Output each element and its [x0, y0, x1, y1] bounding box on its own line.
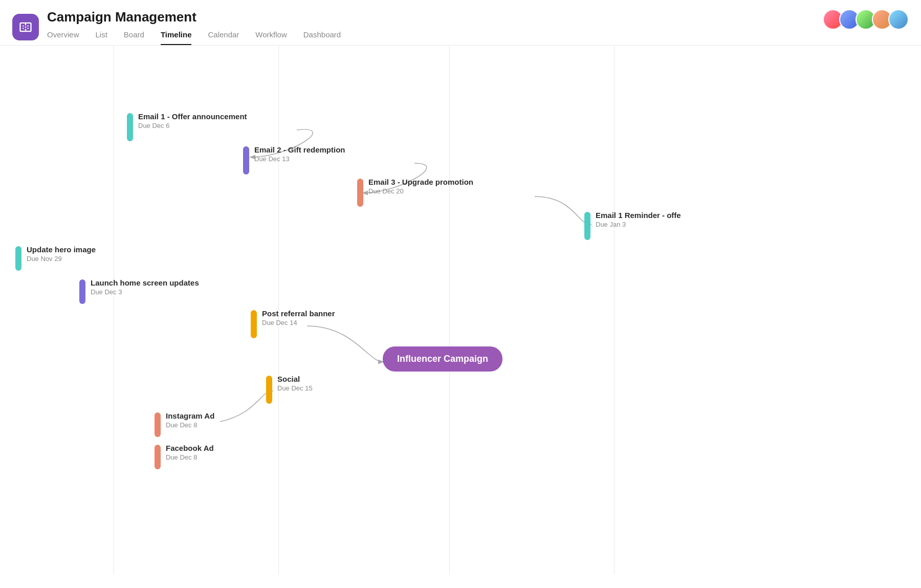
- timeline-area: Email 1 - Offer announcement Due Dec 6 E…: [0, 46, 921, 575]
- task-bar-social: [266, 376, 272, 404]
- task-due-email1: Due Dec 6: [138, 122, 247, 129]
- task-name-instagram: Instagram Ad: [166, 411, 214, 420]
- task-due-social: Due Dec 15: [277, 384, 313, 392]
- task-info-social: Social Due Dec 15: [277, 375, 313, 392]
- avatar: [888, 9, 909, 30]
- task-due-email2: Due Dec 13: [254, 155, 345, 163]
- task-name-post-referral: Post referral banner: [262, 309, 335, 318]
- nav-tab-workflow[interactable]: Workflow: [255, 30, 287, 45]
- task-due-update-hero: Due Nov 29: [27, 255, 96, 263]
- influencer-campaign-badge[interactable]: Influencer Campaign: [383, 346, 502, 372]
- task-bar-launch-home: [79, 279, 85, 304]
- nav-tab-list[interactable]: List: [96, 30, 107, 45]
- task-bar-email3: [357, 179, 363, 207]
- task-info-update-hero: Update hero image Due Nov 29: [27, 245, 96, 263]
- task-social[interactable]: Social Due Dec 15: [266, 375, 313, 404]
- task-info-email1: Email 1 - Offer announcement Due Dec 6: [138, 112, 247, 129]
- nav-tab-board[interactable]: Board: [124, 30, 144, 45]
- app-icon: [12, 14, 39, 40]
- task-info-post-referral: Post referral banner Due Dec 14: [262, 309, 335, 326]
- task-info-email2: Email 2 - Gift redemption Due Dec 13: [254, 145, 345, 163]
- task-name-launch-home: Launch home screen updates: [91, 278, 199, 287]
- task-due-email3: Due Dec 20: [368, 187, 473, 195]
- task-info-email1reminder: Email 1 Reminder - offe Due Jan 3: [596, 211, 681, 228]
- task-facebook[interactable]: Facebook Ad Due Dec 8: [155, 444, 214, 469]
- task-name-update-hero: Update hero image: [27, 245, 96, 254]
- task-instagram[interactable]: Instagram Ad Due Dec 8: [155, 411, 214, 437]
- avatars: [823, 9, 909, 30]
- header-title-nav: Campaign Management OverviewListBoardTim…: [47, 9, 341, 45]
- task-info-instagram: Instagram Ad Due Dec 8: [166, 411, 214, 429]
- task-email2[interactable]: Email 2 - Gift redemption Due Dec 13: [243, 145, 345, 175]
- task-due-email1reminder: Due Jan 3: [596, 221, 681, 228]
- task-name-social: Social: [277, 375, 313, 383]
- task-launch-home[interactable]: Launch home screen updates Due Dec 3: [79, 278, 199, 304]
- nav-tab-dashboard[interactable]: Dashboard: [303, 30, 341, 45]
- nav-tabs: OverviewListBoardTimelineCalendarWorkflo…: [47, 30, 341, 45]
- header: Campaign Management OverviewListBoardTim…: [0, 0, 921, 46]
- task-bar-facebook: [155, 445, 161, 469]
- task-bar-email2: [243, 146, 249, 175]
- task-name-email1: Email 1 - Offer announcement: [138, 112, 247, 121]
- task-due-facebook: Due Dec 8: [166, 453, 214, 461]
- task-due-instagram: Due Dec 8: [166, 421, 214, 429]
- task-info-email3: Email 3 - Upgrade promotion Due Dec 20: [368, 178, 473, 195]
- task-email1-reminder[interactable]: Email 1 Reminder - offe Due Jan 3: [584, 211, 681, 240]
- task-name-email1reminder: Email 1 Reminder - offe: [596, 211, 681, 220]
- task-info-facebook: Facebook Ad Due Dec 8: [166, 444, 214, 461]
- task-email3[interactable]: Email 3 - Upgrade promotion Due Dec 20: [357, 178, 473, 207]
- task-name-email2: Email 2 - Gift redemption: [254, 145, 345, 154]
- task-bar-instagram: [155, 412, 161, 437]
- col-divider-1: [114, 46, 114, 575]
- col-divider-4: [614, 46, 615, 575]
- task-due-post-referral: Due Dec 14: [262, 319, 335, 326]
- task-bar-update-hero: [15, 246, 21, 271]
- task-email1[interactable]: Email 1 - Offer announcement Due Dec 6: [127, 112, 247, 141]
- page-title: Campaign Management: [47, 9, 341, 25]
- task-bar-email1: [127, 113, 133, 141]
- task-update-hero[interactable]: Update hero image Due Nov 29: [15, 245, 96, 271]
- task-name-facebook: Facebook Ad: [166, 444, 214, 452]
- col-divider-3: [449, 46, 450, 575]
- nav-tab-timeline[interactable]: Timeline: [161, 30, 192, 45]
- task-name-email3: Email 3 - Upgrade promotion: [368, 178, 473, 186]
- task-due-launch-home: Due Dec 3: [91, 288, 199, 296]
- task-info-launch-home: Launch home screen updates Due Dec 3: [91, 278, 199, 296]
- megaphone-icon: [18, 20, 33, 34]
- nav-tab-overview[interactable]: Overview: [47, 30, 79, 45]
- nav-tab-calendar[interactable]: Calendar: [208, 30, 239, 45]
- task-post-referral[interactable]: Post referral banner Due Dec 14: [251, 309, 335, 338]
- task-bar-email1reminder: [584, 212, 590, 240]
- task-bar-post-referral: [251, 310, 257, 338]
